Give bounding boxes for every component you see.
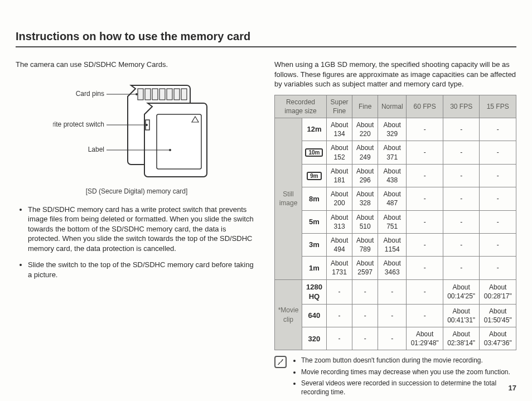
content-columns: The camera can use SD/SDHC Memory Cards.: [16, 60, 516, 399]
size-icon: 9m: [307, 172, 321, 180]
page-number: 17: [509, 383, 516, 393]
cell: About 01:29'48": [407, 327, 443, 350]
right-column: When using a 1GB SD memory, the specifie…: [274, 60, 516, 399]
cell: -: [407, 279, 443, 304]
cell: -: [407, 164, 443, 187]
group-still: Still image: [275, 118, 302, 280]
cell: -: [480, 257, 516, 279]
cell: About 328: [352, 187, 378, 210]
svg-rect-3: [159, 89, 165, 100]
cell: -: [352, 327, 378, 350]
label-card-pins: Card pins: [76, 90, 104, 98]
svg-point-12: [146, 124, 148, 126]
capacity-table: Recorded image size Super Fine Fine Norm…: [274, 95, 516, 351]
table-row: 9m About 181 About 296 About 438 - - -: [275, 164, 516, 187]
table-row: 320 - - - About 01:29'48" About 02:38'14…: [275, 327, 516, 350]
cell: -: [326, 327, 352, 350]
cell: -: [480, 141, 516, 164]
sd-card-diagram: Card pins Write protect switch Label [SD…: [16, 78, 258, 196]
cell: -: [407, 257, 443, 279]
svg-rect-4: [167, 89, 172, 100]
cell: About 152: [326, 141, 352, 164]
list-item: Movie recording times may decrease when …: [301, 368, 516, 376]
table-row: 3m About 494 About 789 About 1154 - - -: [275, 233, 516, 256]
th-normal: Normal: [378, 95, 407, 118]
size-icon: 5m: [309, 217, 320, 227]
cell: About 329: [378, 118, 407, 141]
cell: -: [480, 187, 516, 210]
cell: About 220: [352, 118, 378, 141]
cell: -: [326, 279, 352, 304]
list-item: The zoom button doesn't function during …: [301, 356, 516, 365]
size-icon: 12m: [307, 124, 321, 134]
cell: -: [352, 279, 378, 304]
cell: -: [407, 304, 443, 327]
table-row: 1m About 1731 About 2597 About 3463 - - …: [275, 257, 516, 279]
right-intro-text: When using a 1GB SD memory, the specifie…: [274, 60, 516, 89]
cell: -: [352, 304, 378, 327]
cell: -: [480, 233, 516, 256]
cell: -: [407, 141, 443, 164]
svg-point-10: [136, 93, 138, 95]
list-item: Slide the switch to the top of the SD/SD…: [28, 260, 258, 279]
cell: About 2597: [352, 257, 378, 279]
size-icon: 640: [308, 311, 321, 321]
th-superfine: Super Fine: [326, 95, 352, 118]
cell: -: [378, 304, 407, 327]
svg-rect-8: [157, 114, 201, 169]
cell: -: [443, 210, 480, 233]
size-icon: 8m: [309, 194, 320, 204]
cell: About 371: [378, 141, 407, 164]
group-movie: *Movie clip: [275, 279, 302, 350]
cell: About 00:14'25": [443, 279, 480, 304]
note-icon: [274, 356, 287, 368]
cell: About 200: [326, 187, 352, 210]
left-intro-text: The camera can use SD/SDHC Memory Cards.: [16, 60, 258, 70]
cell: About 494: [326, 233, 352, 256]
cell: About 313: [326, 210, 352, 233]
th-60fps: 60 FPS: [407, 95, 443, 118]
table-row: 640 - - - - About 00:41'31" About 01:50'…: [275, 304, 516, 327]
cell: About 510: [352, 210, 378, 233]
cell: About 1154: [378, 233, 407, 256]
table-row: 8m About 200 About 328 About 487 - - -: [275, 187, 516, 210]
cell: About 3463: [378, 257, 407, 279]
label-label: Label: [88, 146, 104, 153]
cell: -: [443, 118, 480, 141]
table-row: *Movie clip 1280 HQ - - - - About 00:14'…: [275, 279, 516, 304]
cell: About 02:38'14": [443, 327, 480, 350]
size-icon: 1m: [309, 263, 320, 273]
cell: -: [443, 164, 480, 187]
cell: -: [407, 118, 443, 141]
svg-rect-2: [152, 89, 158, 100]
list-item: The SD/SDHC memory card has a write prot…: [28, 205, 258, 254]
th-30fps: 30 FPS: [443, 95, 480, 118]
cell: -: [378, 327, 407, 350]
cell: About 00:28'17": [480, 279, 516, 304]
size-icon: 3m: [309, 240, 320, 250]
diagram-caption: [SD (Secure Digital) memory card]: [86, 187, 188, 196]
cell: -: [407, 210, 443, 233]
left-bullet-list: The SD/SDHC memory card has a write prot…: [19, 205, 258, 280]
cell: -: [407, 187, 443, 210]
size-icon: 10m: [305, 148, 323, 157]
cell: -: [378, 279, 407, 304]
svg-rect-1: [145, 89, 151, 100]
cell: About 789: [352, 233, 378, 256]
cell: -: [443, 233, 480, 256]
cell: About 249: [352, 141, 378, 164]
cell: -: [443, 257, 480, 279]
svg-rect-0: [138, 89, 143, 100]
svg-point-14: [169, 149, 171, 151]
table-row: 5m About 313 About 510 About 751 - - -: [275, 210, 516, 233]
cell: -: [326, 304, 352, 327]
size-icon: 320: [308, 334, 321, 344]
svg-rect-6: [181, 89, 187, 100]
cell: About 00:41'31": [443, 304, 480, 327]
cell: About 751: [378, 210, 407, 233]
table-row: 10m About 152 About 249 About 371 - - -: [275, 141, 516, 164]
notes-block: The zoom button doesn't function during …: [274, 356, 516, 399]
cell: About 134: [326, 118, 352, 141]
cell: About 1731: [326, 257, 352, 279]
cell: About 438: [378, 164, 407, 187]
